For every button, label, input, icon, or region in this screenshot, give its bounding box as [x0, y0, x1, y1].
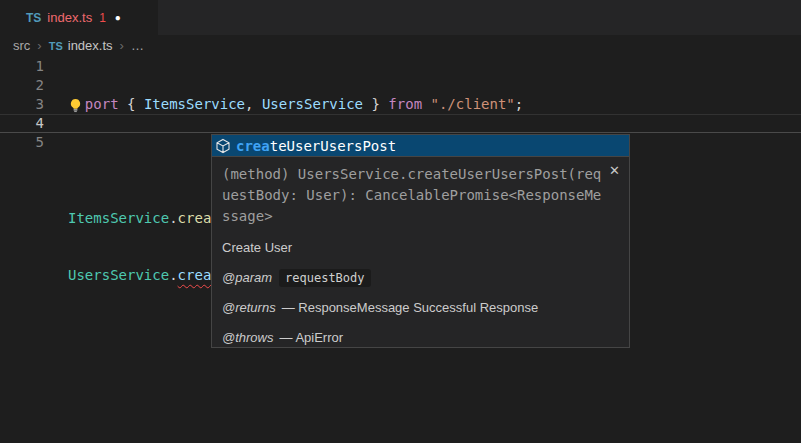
suggestion-item-selected[interactable]: createUserUsersPost [212, 135, 629, 156]
tab-title: index.ts [47, 10, 92, 25]
close-icon[interactable]: ✕ [609, 163, 620, 178]
line-number: 5 [0, 133, 44, 152]
tab-index-ts[interactable]: TS index.ts 1 ● [0, 0, 158, 35]
error-count-badge: 1 [99, 11, 106, 25]
breadcrumb: src › TS index.ts › … [0, 35, 801, 56]
returns-text: — ResponseMessage Successful Response [282, 300, 539, 315]
param-name-chip: requestBody [279, 269, 370, 287]
chevron-right-icon: › [120, 38, 124, 53]
method-signature-line: uestBody: User): CancelablePromise<Respo… [222, 185, 619, 206]
doc-summary: Create User [222, 239, 619, 257]
breadcrumb-item-more[interactable]: … [131, 38, 144, 53]
param-tag: @param [222, 270, 272, 285]
breadcrumb-item-file[interactable]: index.ts [68, 38, 113, 53]
method-signature-line: (method) UsersService.createUserUsersPos… [222, 164, 619, 185]
tab-bar: TS index.ts 1 ● [0, 0, 801, 35]
symbol-cube-icon [215, 138, 231, 154]
intellisense-popup: createUserUsersPost ✕ (method) UsersServ… [211, 134, 630, 348]
suggestion-docs-panel: ✕ (method) UsersService.createUserUsersP… [212, 156, 629, 347]
returns-tag: @returns [222, 300, 276, 315]
line-number: 1 [0, 57, 44, 76]
throws-tag: @throws [222, 330, 274, 345]
suggestion-label: createUserUsersPost [236, 138, 396, 154]
editor-gutter: 1 2 3 4 5 [0, 57, 44, 152]
doc-returns-row: @returns— ResponseMessage Successful Res… [222, 299, 619, 317]
error-squiggle-text: crea [178, 267, 212, 283]
lightbulb-quickfix-icon[interactable] [66, 96, 85, 114]
line-number-active: 4 [0, 114, 44, 133]
code-line: import { ItemsService, UsersService } fr… [68, 95, 582, 114]
chevron-right-icon: › [37, 38, 41, 53]
doc-throws-row: @throws— ApiError [222, 329, 619, 347]
typescript-file-icon: TS [49, 40, 63, 52]
line-number: 2 [0, 76, 44, 95]
breadcrumb-item-src[interactable]: src [13, 38, 30, 53]
line-number: 3 [0, 95, 44, 114]
method-signature-line: ssage> [222, 206, 619, 227]
throws-text: — ApiError [280, 330, 344, 345]
dirty-dot-icon[interactable]: ● [115, 12, 121, 23]
typescript-file-icon: TS [26, 11, 41, 25]
doc-param-row: @paramrequestBody [222, 269, 619, 287]
